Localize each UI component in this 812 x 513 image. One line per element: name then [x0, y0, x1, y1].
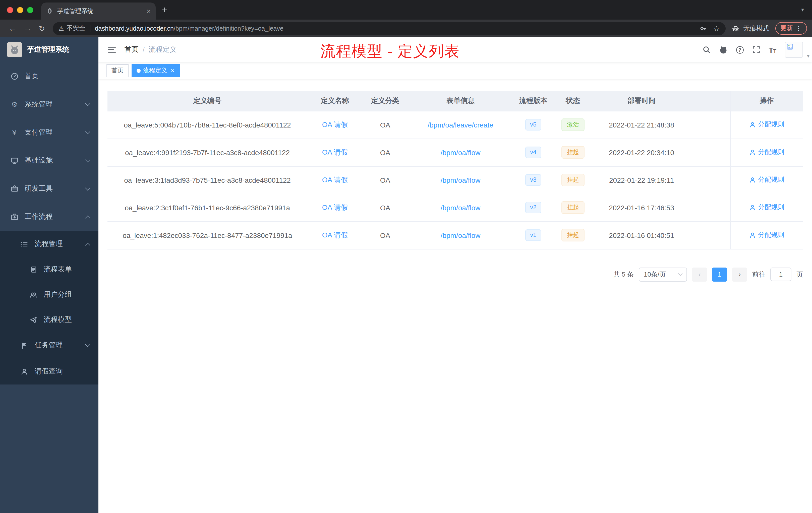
minimize-window-button[interactable]: [17, 7, 23, 13]
prev-page-button[interactable]: ‹: [692, 267, 707, 281]
table-row: oa_leave:2:3c1f0ef1-76b1-11ec-9c66-a2380…: [108, 194, 803, 221]
active-dot: [137, 68, 141, 72]
sidebar-item-infra[interactable]: 基础设施: [0, 147, 98, 175]
person-icon: [749, 121, 756, 128]
password-key-icon[interactable]: [700, 25, 707, 32]
breadcrumb-home[interactable]: 首页: [124, 45, 139, 54]
annotation-title: 流程模型 - 定义列表: [320, 41, 460, 62]
form-link[interactable]: /bpm/oa/flow: [441, 231, 481, 239]
user-avatar[interactable]: ▾: [785, 42, 803, 58]
form-link[interactable]: /bpm/oa/leave/create: [428, 121, 493, 129]
col-header-version: 流程版本: [513, 91, 553, 111]
tab-close-icon[interactable]: ×: [147, 7, 151, 15]
close-window-button[interactable]: [7, 7, 13, 13]
sidebar-item-payment[interactable]: ¥ 支付管理: [0, 118, 98, 147]
tab-search-chevron-icon[interactable]: ▾: [801, 6, 804, 13]
github-icon[interactable]: [719, 46, 727, 54]
help-icon[interactable]: ?: [736, 46, 744, 54]
goto-page-input[interactable]: [770, 268, 791, 281]
sidebar-item-process-model[interactable]: 流程模型: [0, 307, 98, 332]
new-tab-button[interactable]: +: [162, 5, 167, 14]
assign-rule-button[interactable]: 分配规则: [749, 231, 784, 240]
cell-deploy-time: 2022-01-22 20:34:10: [592, 139, 691, 166]
status-badge: 挂起: [561, 146, 584, 159]
paper-plane-icon: [29, 316, 38, 324]
next-page-button[interactable]: ›: [732, 267, 747, 281]
cell-deploy-time: 2022-01-22 19:19:11: [592, 166, 691, 194]
tag-home[interactable]: 首页: [107, 64, 128, 77]
assign-rule-button[interactable]: 分配规则: [749, 148, 784, 157]
status-badge: 挂起: [561, 229, 584, 241]
forward-icon[interactable]: →: [20, 24, 35, 33]
breadcrumb-separator: /: [143, 46, 145, 54]
assign-rule-button[interactable]: 分配规则: [749, 175, 784, 184]
sidebar-item-system[interactable]: ⚙ 系统管理: [0, 90, 98, 118]
cell-deploy-time: 2022-01-22 21:48:38: [592, 111, 691, 139]
yen-icon: ¥: [10, 128, 19, 137]
tab-strip: 芋道管理系统 × + ▾: [0, 0, 812, 20]
back-icon[interactable]: ←: [5, 24, 20, 33]
hamburger-icon[interactable]: [108, 45, 116, 54]
sidebar-item-user-group[interactable]: 用户分组: [0, 282, 98, 307]
browser-menu-icon[interactable]: ⋮: [795, 25, 802, 32]
form-link[interactable]: /bpm/oa/flow: [441, 204, 481, 212]
dashboard-icon: [10, 72, 19, 80]
person-icon: [20, 368, 29, 375]
update-button[interactable]: 更新 ⋮: [775, 22, 807, 35]
browser-toolbar: ← → ↻ ⚠ 不安全 dashboard.yudao.iocoder.cn/b…: [0, 20, 812, 37]
reload-icon[interactable]: ↻: [35, 24, 49, 33]
definition-name-link[interactable]: OA 请假: [322, 231, 348, 239]
navbar-actions: ? TT ▾: [702, 42, 803, 58]
url-bar[interactable]: ⚠ 不安全 dashboard.yudao.iocoder.cn/bpm/man…: [53, 22, 726, 35]
definition-name-link[interactable]: OA 请假: [322, 148, 348, 156]
cell-deploy-time: 2022-01-16 01:40:51: [592, 221, 691, 249]
person-icon: [749, 177, 756, 183]
browser-tab[interactable]: 芋道管理系统 ×: [41, 2, 156, 20]
tag-close-icon[interactable]: ×: [171, 67, 174, 74]
sidebar-item-process-form[interactable]: 流程表单: [0, 257, 98, 282]
fullscreen-icon[interactable]: [752, 46, 760, 54]
version-badge: v5: [525, 119, 541, 130]
form-link[interactable]: /bpm/oa/flow: [441, 176, 481, 184]
definition-name-link[interactable]: OA 请假: [322, 203, 348, 211]
cell-category: OA: [362, 111, 408, 139]
sidebar-item-leave-query[interactable]: 请假查询: [0, 358, 98, 385]
font-size-icon[interactable]: TT: [768, 46, 776, 54]
chevron-down-icon: [85, 157, 90, 162]
sidebar-item-workflow[interactable]: 工作流程: [0, 203, 98, 231]
sidebar-item-devtools[interactable]: 研发工具: [0, 175, 98, 203]
definition-name-link[interactable]: OA 请假: [322, 175, 348, 183]
chevron-down-icon: [678, 272, 683, 276]
sidebar-item-process-management[interactable]: 流程管理: [0, 231, 98, 257]
definition-table: 定义编号 定义名称 定义分类 表单信息 流程版本 状态 部署时间 操作: [108, 91, 803, 249]
assign-rule-button[interactable]: 分配规则: [749, 120, 784, 129]
version-badge: v4: [525, 147, 541, 158]
cell-category: OA: [362, 166, 408, 194]
briefcase-icon: [10, 213, 19, 221]
form-link[interactable]: /bpm/oa/flow: [441, 148, 481, 156]
incognito-icon: [732, 24, 740, 32]
chevron-up-icon: [85, 215, 90, 220]
security-label[interactable]: 不安全: [66, 24, 85, 33]
sidebar-item-home[interactable]: 首页: [0, 62, 98, 90]
page-unit-label: 页: [796, 270, 803, 279]
page-size-select[interactable]: 10条/页: [639, 267, 687, 281]
caret-down-icon: ▾: [807, 53, 810, 59]
chevron-down-icon: [85, 101, 90, 106]
table-row: oa_leave:3:1fad3d93-7b75-11ec-a3c8-acde4…: [108, 166, 803, 194]
zoom-window-button[interactable]: [27, 7, 33, 13]
sidebar-item-task-management[interactable]: 任务管理: [0, 332, 98, 358]
definition-name-link[interactable]: OA 请假: [322, 120, 348, 128]
sidebar-logo[interactable]: 芋道管理系统: [0, 37, 98, 62]
chevron-down-icon: [85, 185, 90, 190]
tag-process-definition[interactable]: 流程定义 ×: [132, 64, 179, 77]
workflow-submenu: 流程管理 流程表单 用户分组: [0, 231, 98, 385]
bookmark-star-icon[interactable]: ☆: [713, 24, 720, 32]
col-header-name: 定义名称: [307, 91, 362, 111]
search-icon[interactable]: [702, 46, 710, 54]
col-header-action: 操作: [730, 91, 803, 111]
person-icon: [749, 204, 756, 211]
tab-title: 芋道管理系统: [57, 7, 144, 15]
page-1-button[interactable]: 1: [712, 267, 727, 281]
assign-rule-button[interactable]: 分配规则: [749, 203, 784, 212]
